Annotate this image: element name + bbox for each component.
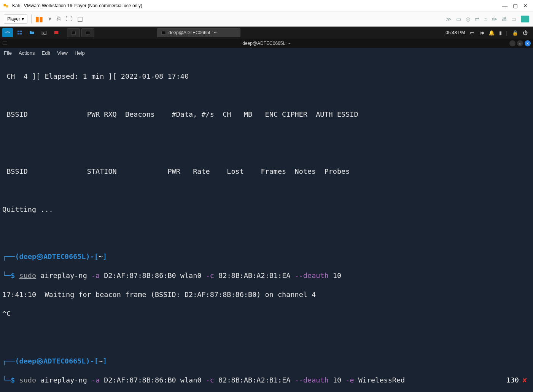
volume-icon[interactable]: 🕪 (479, 30, 484, 36)
task-terminal-2[interactable] (81, 28, 94, 37)
svg-rect-3 (20, 31, 22, 32)
kali-panel: $_ deep@ADTEC0665L: ~ 05:43 PM ▭ 🕪 🔔 ▮ |… (0, 27, 533, 39)
terminal-title-icon (2, 40, 8, 47)
dropdown-icon: ▾ (22, 16, 24, 22)
svg-rect-11 (162, 31, 166, 34)
sound-icon[interactable]: 🕪 (492, 16, 497, 22)
airodump-cols-sta: BSSID STATION PWR Rate Lost Frames Notes… (2, 167, 531, 176)
player-label: Player (7, 16, 20, 22)
airodump-header: CH 4 ][ Elapsed: 1 min ][ 2022-01-08 17:… (2, 72, 531, 81)
usb-icon[interactable]: ⏍ (484, 16, 487, 22)
disk-icon[interactable]: ▭ (456, 16, 461, 22)
exit-status-badge: 130✘ (506, 376, 531, 385)
svg-rect-4 (18, 33, 19, 35)
vm-tool-icons: ▮▮ ▾ ⎘ ⛶ ◫ (35, 15, 83, 23)
chevron-down-icon[interactable]: ▾ (48, 15, 51, 22)
cdrom-icon[interactable]: ◎ (466, 16, 470, 22)
kali-panel-right: 05:43 PM ▭ 🕪 🔔 ▮ | 🔒 ⏻ (445, 30, 531, 36)
cmd1-output-1: 17:41:10 Waiting for beacon frame (BSSID… (2, 290, 531, 300)
svg-text:$_: $_ (43, 32, 46, 35)
power-icon[interactable]: ⏻ (523, 30, 528, 36)
vmware-icon (3, 2, 10, 9)
svg-rect-12 (3, 41, 7, 44)
svg-rect-10 (86, 31, 90, 34)
svg-rect-9 (72, 31, 76, 34)
active-task-label: deep@ADTEC0665L: ~ (169, 30, 217, 35)
prompt-line-1: ┌──(deep㉿ADTEC0665L)-[~] (2, 252, 531, 262)
unity-icon[interactable]: ◫ (77, 15, 83, 22)
svg-rect-2 (18, 31, 19, 32)
display-icon[interactable]: ▭ (470, 30, 474, 36)
device-icon[interactable]: ▭ (511, 16, 516, 22)
send-keys-icon[interactable]: ⎘ (57, 16, 60, 22)
svg-rect-8 (54, 31, 59, 34)
cmd1-output-2: ^C (2, 309, 531, 319)
fast-forward-icon[interactable]: ≫ (446, 16, 452, 22)
clock-label: 05:43 PM (445, 30, 465, 35)
menu-view[interactable]: View (57, 50, 68, 56)
menu-edit[interactable]: Edit (42, 50, 50, 56)
term-close-button[interactable]: ✕ (525, 40, 531, 46)
kazam-button[interactable] (51, 28, 62, 37)
toolbar-separator (31, 14, 32, 24)
terminal-body[interactable]: CH 4 ][ Elapsed: 1 min ][ 2022-01-08 17:… (0, 58, 533, 392)
host-titlebar: Kali - VMware Workstation 16 Player (Non… (0, 0, 533, 11)
terminal-title: deep@ADTEC0665L: ~ (242, 41, 291, 46)
menu-file[interactable]: File (4, 50, 12, 56)
files-button[interactable] (27, 28, 37, 37)
term-minimize-button[interactable]: – (509, 40, 515, 46)
kali-menu-button[interactable] (2, 28, 13, 37)
minimize-button[interactable]: — (502, 3, 508, 9)
task-terminal-active[interactable]: deep@ADTEC0665L: ~ (157, 28, 240, 37)
menu-help[interactable]: Help (75, 50, 85, 56)
player-menu-button[interactable]: Player ▾ (4, 14, 27, 24)
maximize-button[interactable]: ▢ (513, 3, 518, 9)
vmware-toolbar: Player ▾ ▮▮ ▾ ⎘ ⛶ ◫ ≫ ▭ ◎ ⇄ ⏍ 🕪 🖶 ▭ (0, 11, 533, 27)
workspaces-button[interactable] (14, 28, 25, 37)
battery-icon[interactable]: ▮ (499, 30, 502, 36)
terminal-menubar: File Actions Edit View Help (0, 48, 533, 58)
panel-separator: | (506, 30, 508, 36)
vm-toolbar-right: ≫ ▭ ◎ ⇄ ⏍ 🕪 🖶 ▭ (446, 16, 529, 22)
printer-icon[interactable]: 🖶 (501, 16, 507, 22)
menu-actions[interactable]: Actions (19, 50, 35, 56)
cmd-line-1: └─$ sudo aireplay-ng -a D2:AF:87:8B:86:B… (2, 271, 531, 281)
task-terminal-1[interactable] (67, 28, 80, 37)
pause-icon[interactable]: ▮▮ (35, 15, 43, 23)
notifications-icon[interactable]: 🔔 (488, 30, 495, 36)
airodump-cols-ap: BSSID PWR RXQ Beacons #Data, #/s CH MB E… (2, 110, 531, 119)
prompt-line-2: ┌──(deep㉿ADTEC0665L)-[~] (2, 357, 531, 366)
cmd-line-2: └─$ sudo aireplay-ng -a D2:AF:87:8B:86:B… (2, 376, 531, 385)
close-button[interactable]: ✕ (523, 3, 528, 9)
host-window-controls: — ▢ ✕ (502, 3, 530, 9)
terminal-launcher-button[interactable]: $_ (39, 28, 49, 37)
message-icon[interactable] (521, 16, 529, 22)
network-icon[interactable]: ⇄ (475, 16, 479, 22)
fullscreen-icon[interactable]: ⛶ (66, 16, 72, 22)
host-window-title: Kali - VMware Workstation 16 Player (Non… (12, 3, 502, 8)
quitting-line: Quitting ... (2, 205, 531, 214)
svg-rect-1 (6, 5, 8, 7)
svg-rect-0 (4, 4, 6, 6)
terminal-titlebar[interactable]: deep@ADTEC0665L: ~ – ○ ✕ (0, 39, 533, 48)
svg-rect-5 (20, 33, 22, 35)
lock-icon[interactable]: 🔒 (512, 30, 518, 36)
term-maximize-button[interactable]: ○ (517, 40, 523, 46)
